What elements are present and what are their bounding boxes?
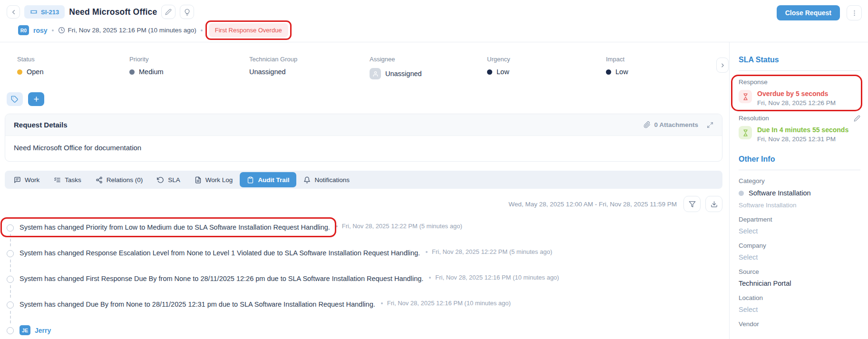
field-status: Status Open [17,56,129,79]
tab-relations[interactable]: Relations (0) [88,172,150,187]
audit-entry: System has changed First Response Due By… [7,274,722,283]
audit-filter-row: Wed, May 28, 2025 12:00 AM - Fri, Nov 28… [5,196,722,212]
card-title: Request Details [14,121,68,129]
tag-icon [11,96,19,103]
location-label: Location [739,294,860,301]
ticket-id: SI-213 [41,9,59,16]
timeline-bullet [7,224,14,232]
company-label: Company [739,242,860,249]
impact-value[interactable]: Low [606,68,729,76]
audit-entry-time: Fri, Nov 28, 2025 12:16 PM (10 minutes a… [387,300,511,307]
attachments-button[interactable]: 0 Attachments [644,121,698,128]
category-label: Category [739,177,860,184]
hourglass-icon [739,90,752,103]
dot-separator [381,302,383,304]
request-details-header: Request Details 0 Attachments [5,114,722,136]
response-sla-status: Overdue by 5 seconds [757,90,836,97]
category-dot [739,191,744,196]
audit-date-range: Wed, May 28, 2025 12:00 AM - Fri, Nov 28… [508,201,677,208]
field-label: Priority [129,56,249,63]
chevron-right-icon [720,62,726,68]
resolution-sla-status: Due In 4 minutes 55 seconds [757,126,848,134]
audit-entry-time: Fri, Nov 28, 2025 12:22 PM (5 minutes ag… [432,248,552,255]
field-technician-group: Technician Group Unassigned [249,56,370,79]
suggestion-button[interactable] [180,5,194,19]
dot-separator [429,277,431,279]
requester-name-link[interactable]: rosy [33,27,48,34]
field-summary-row: Status Open Priority Medium Technician G… [17,56,729,79]
tab-tasks[interactable]: Tasks [47,172,88,187]
close-request-button[interactable]: Close Request [777,5,840,20]
add-tag-button[interactable] [28,92,44,106]
tags-button[interactable] [7,92,23,106]
timeline-bullet [7,276,14,283]
divider [739,70,860,71]
status-value[interactable]: Open [17,68,129,76]
more-actions-button[interactable] [847,5,862,20]
field-label: Impact [606,56,729,63]
tab-work[interactable]: Work [7,172,47,187]
field-label: Status [17,56,129,63]
audit-entry-time: Fri, Nov 28, 2025 12:22 PM (5 minutes ag… [342,223,462,230]
field-label: Assignee [370,56,487,63]
divider [739,170,860,170]
tab-sla[interactable]: SLA [150,172,187,187]
dot-separator [336,225,338,227]
chevron-left-icon [10,9,17,16]
category-value[interactable]: Software Installation [739,189,860,197]
dot-separator [201,29,203,31]
assignee-value[interactable]: Unassigned [370,68,487,79]
clipboard-icon [247,176,254,184]
timeline-bullet [7,250,14,257]
request-details-card: Request Details 0 Attachments Need Micro… [5,114,722,162]
main-panel: Status Open Priority Medium Technician G… [0,42,729,339]
tab-notifications[interactable]: Notifications [296,172,357,187]
document-icon [195,176,202,184]
source-label: Source [739,268,860,275]
category-path: Software Installation [739,202,860,209]
annotated-audit-text: System has changed Priority from Low to … [7,223,330,232]
expand-icon[interactable] [707,122,713,128]
technician-group-value[interactable]: Unassigned [249,68,370,76]
header: SI-213 Need Microsoft Office Close Reque… [0,0,868,42]
tab-audit-trail[interactable]: Audit Trail [240,172,296,187]
field-impact: Impact Low [606,56,729,79]
requester-avatar[interactable]: R0 [18,25,29,35]
tab-work-log[interactable]: Work Log [187,172,240,187]
ticket-id-badge[interactable]: SI-213 [24,5,65,19]
edit-sla-icon[interactable] [854,115,860,122]
field-priority: Priority Medium [129,56,249,79]
sidebar-collapse-button[interactable] [716,58,729,73]
filter-button[interactable] [683,196,701,212]
urgency-value[interactable]: Low [487,68,606,76]
sla-clock-icon [157,176,164,184]
edit-title-button[interactable] [161,5,176,19]
user-name-link[interactable]: Jerry [35,327,51,334]
download-button[interactable] [705,196,722,212]
response-sla-time: Fri, Nov 28, 2025 12:26 PM [757,99,836,107]
bell-icon [303,176,311,184]
field-label: Technician Group [249,56,370,63]
status-dot [17,69,22,75]
request-description: Need Microsoft Office for documentation [5,136,722,161]
timeline-connector [10,285,11,298]
field-label: Urgency [487,56,606,63]
checklist-icon [54,176,61,184]
back-button[interactable] [7,5,20,19]
tab-bar: Work Tasks Relations (0) SLA Work Log Au… [5,171,722,189]
company-select[interactable]: Select [739,253,860,261]
response-label: Response [739,78,860,86]
location-select[interactable]: Select [739,306,860,313]
timeline-connector [10,260,11,272]
user-avatar: JE [20,325,30,335]
department-select[interactable]: Select [739,227,860,235]
timeline-connector [10,234,11,246]
dot-separator [426,251,428,253]
source-value: Technician Portal [739,280,860,287]
audit-entry: System has changed Response Escalation L… [7,248,722,258]
plus-icon [33,96,40,103]
priority-value[interactable]: Medium [129,68,249,76]
hourglass-icon [739,126,752,139]
resolution-sla-time: Fri, Nov 28, 2025 12:31 PM [757,136,848,143]
paperclip-icon [644,121,651,128]
